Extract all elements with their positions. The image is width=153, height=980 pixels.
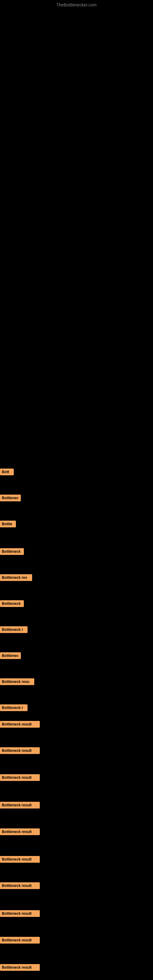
bottleneck-result-item[interactable]: Bottleneck result: [0, 747, 40, 754]
bottleneck-result-item[interactable]: Bott: [0, 469, 14, 475]
bottleneck-result-item[interactable]: Bottleneck r: [0, 705, 27, 711]
bottleneck-result-item[interactable]: Bottleneck: [0, 548, 24, 555]
bottleneck-result-item[interactable]: Bottlenec: [0, 652, 21, 659]
bottleneck-result-item[interactable]: Bottleneck result: [0, 856, 40, 863]
bottleneck-result-item[interactable]: Bottleneck result: [0, 829, 40, 835]
bottleneck-result-item[interactable]: Bottleneck result: [0, 910, 40, 917]
bottleneck-result-item[interactable]: Bottleneck result: [0, 802, 40, 808]
bottleneck-result-item[interactable]: Bottleneck result: [0, 964, 40, 971]
bottleneck-result-item[interactable]: Bottle: [0, 520, 16, 527]
bottleneck-result-item[interactable]: Bottleneck result: [0, 721, 40, 728]
bottleneck-result-item[interactable]: Bottlenec: [0, 495, 21, 501]
bottleneck-result-item[interactable]: Bottleneck result: [0, 882, 40, 889]
bottleneck-result-item[interactable]: Bottleneck res: [0, 574, 32, 581]
bottleneck-result-item[interactable]: Bottleneck r: [0, 626, 27, 633]
bottleneck-result-item[interactable]: Bottleneck result: [0, 774, 40, 781]
site-title: TheBottlenecker.com: [56, 2, 97, 7]
bottleneck-result-item[interactable]: Bottleneck result: [0, 937, 40, 943]
bottleneck-result-item[interactable]: Bottleneck: [0, 600, 24, 607]
bottleneck-result-item[interactable]: Bottleneck resu: [0, 678, 34, 685]
